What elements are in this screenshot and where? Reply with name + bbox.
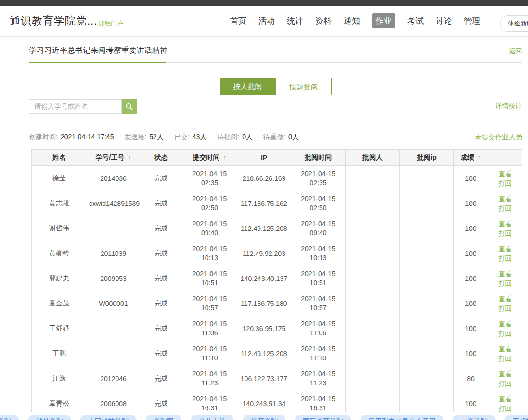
column-header[interactable]: 成绩↑ (454, 150, 488, 166)
table-row: 黄柳铃2011039完成2021-04-1510:13112.49.92.203… (32, 241, 523, 266)
reject-link[interactable]: 打回 (490, 404, 520, 413)
reject-link[interactable]: 打回 (490, 379, 520, 388)
time-cell: 2021-04-1510:13 (182, 241, 237, 266)
view-link[interactable]: 查看 (490, 369, 520, 379)
nav-item[interactable]: 资料 (315, 15, 332, 26)
reject-link[interactable]: 打回 (490, 304, 520, 313)
try-new-version-button[interactable]: 体验新版 (500, 15, 528, 32)
time-line: 2021-04-15 (184, 319, 235, 329)
time-line: 2021-04-15 (184, 244, 235, 254)
related-link-chip[interactable]: 学院网 (145, 415, 182, 420)
nav-item[interactable]: 管理 (464, 15, 480, 26)
related-links: 学院涉外学院大同科技学院学院网公共大学教育学院国际教育学院应用型专科是什么意思大… (0, 415, 528, 420)
submissions-table: 姓名学号/工号↑状态提交时间↑IP批阅时间批阅人批阅ip成绩↑ 徐莹201403… (31, 149, 522, 420)
actions-cell: 查看打回 (488, 216, 523, 241)
reject-link[interactable]: 打回 (490, 279, 520, 288)
nav-item[interactable]: 首页 (230, 15, 246, 26)
time-line: 2021-04-15 (184, 194, 235, 204)
time-cell: 2021-04-1510:51 (291, 266, 346, 291)
actions-cell: 查看打回 (488, 191, 523, 216)
related-link-chip[interactable]: 涉外学院 (28, 415, 71, 420)
reject-link[interactable]: 打回 (490, 204, 520, 213)
time-line: 2021-04-15 (293, 244, 343, 254)
student-name-cell: 黄志雄 (32, 191, 87, 216)
assignment-meta-row: 创建时间:2021-04-14 17:45发送给:52人已交:43人待批阅:0人… (29, 133, 522, 141)
time-cell: 2021-04-1510:57 (291, 291, 346, 316)
student-name-cell: 江逸 (32, 366, 87, 391)
reject-link[interactable]: 打回 (490, 254, 520, 263)
review-mode-tabs: 按人批阅 按题批阅 (29, 78, 522, 95)
time-line: 16:31 (184, 404, 235, 413)
time-line: 10:13 (184, 254, 235, 263)
reviewer-cell (346, 241, 400, 266)
time-line: 11:23 (184, 379, 235, 388)
status-cell: 完成 (140, 266, 182, 291)
time-cell: 2021-04-1511:23 (291, 366, 346, 391)
search-input[interactable] (29, 99, 122, 114)
score-cell: 100 (454, 341, 488, 366)
nav-item[interactable]: 考试 (407, 15, 424, 26)
tab-review-by-person[interactable]: 按人批阅 (220, 78, 276, 95)
sort-asc-icon[interactable]: ↑ (128, 153, 131, 161)
related-link-chip[interactable]: 公共大学 (191, 415, 234, 420)
sort-asc-icon[interactable]: ↑ (477, 153, 481, 161)
status-cell: 完成 (140, 341, 182, 366)
detail-statistics-link[interactable]: 详情统计 (495, 102, 522, 111)
reject-link[interactable]: 打回 (490, 329, 520, 338)
status-cell: 完成 (140, 316, 182, 341)
view-link[interactable]: 查看 (490, 194, 520, 204)
column-header (488, 150, 523, 166)
actions-cell: 查看打回 (488, 266, 523, 291)
tab-review-by-question[interactable]: 按题批阅 (276, 78, 332, 95)
student-id-cell: cxwid142891539 (87, 191, 140, 216)
time-line: 10:51 (184, 279, 235, 288)
related-link-chip[interactable]: 工程技术 (504, 415, 528, 420)
related-link-chip[interactable]: 大学学院 (452, 415, 496, 420)
back-link[interactable]: 返回 (509, 47, 522, 56)
reject-link[interactable]: 打回 (490, 229, 520, 238)
related-link-chip[interactable]: 教育学院 (243, 415, 286, 420)
column-header[interactable]: 提交时间↑ (182, 150, 237, 166)
column-header: IP (237, 150, 291, 166)
view-link[interactable]: 查看 (490, 394, 520, 404)
time-line: 2021-04-15 (184, 294, 235, 304)
time-line: 2021-04-15 (293, 219, 343, 229)
meta-value: 43人 (193, 133, 207, 140)
nav-item[interactable]: 通知 (344, 15, 360, 26)
reject-link[interactable]: 打回 (490, 354, 520, 363)
related-link-chip[interactable]: 学院 (0, 415, 19, 420)
time-line: 2021-04-15 (184, 219, 235, 229)
related-link-chip[interactable]: 应用型专科是什么意思 (360, 415, 444, 420)
nav-item[interactable]: 作业 (372, 13, 395, 28)
reject-link[interactable]: 打回 (490, 178, 520, 188)
related-link-chip[interactable]: 大同科技学院 (80, 415, 137, 420)
view-link[interactable]: 查看 (490, 344, 520, 354)
nav-item[interactable]: 讨论 (436, 15, 452, 26)
table-row: 郭建忠2009053完成2021-04-1510:51140.243.40.13… (32, 266, 523, 291)
student-id-cell (87, 216, 140, 241)
time-cell: 2021-04-1509:40 (182, 216, 237, 241)
sort-asc-icon[interactable]: ↑ (223, 153, 227, 161)
time-line: 16:31 (293, 404, 343, 413)
meta-label: 创建时间: (29, 133, 58, 140)
view-link[interactable]: 查看 (490, 319, 520, 329)
reviewer-cell (346, 166, 400, 191)
view-link[interactable]: 查看 (490, 244, 520, 254)
student-id-cell (87, 316, 140, 341)
student-name-cell: 王鹏 (32, 341, 87, 366)
nav-item[interactable]: 统计 (287, 15, 303, 26)
view-link[interactable]: 查看 (490, 219, 520, 229)
time-line: 2021-04-15 (184, 369, 235, 379)
ip-cell: 112.49.125.208 (237, 216, 291, 241)
view-link[interactable]: 查看 (490, 169, 520, 178)
nav-item[interactable]: 活动 (258, 15, 275, 26)
view-link[interactable]: 查看 (490, 294, 520, 304)
time-cell: 2021-04-1511:06 (291, 316, 346, 341)
view-link[interactable]: 查看 (490, 269, 520, 279)
related-link-chip[interactable]: 国际教育学院 (295, 415, 351, 420)
search-button[interactable] (122, 99, 137, 114)
column-header[interactable]: 学号/工号↑ (87, 150, 140, 166)
table-row: 王舒妤完成2021-04-1511:06120.36.95.1752021-04… (32, 316, 523, 341)
score-cell: 100 (454, 266, 488, 291)
unsubmitted-students-link[interactable]: 未提交作业人员 (475, 133, 522, 141)
